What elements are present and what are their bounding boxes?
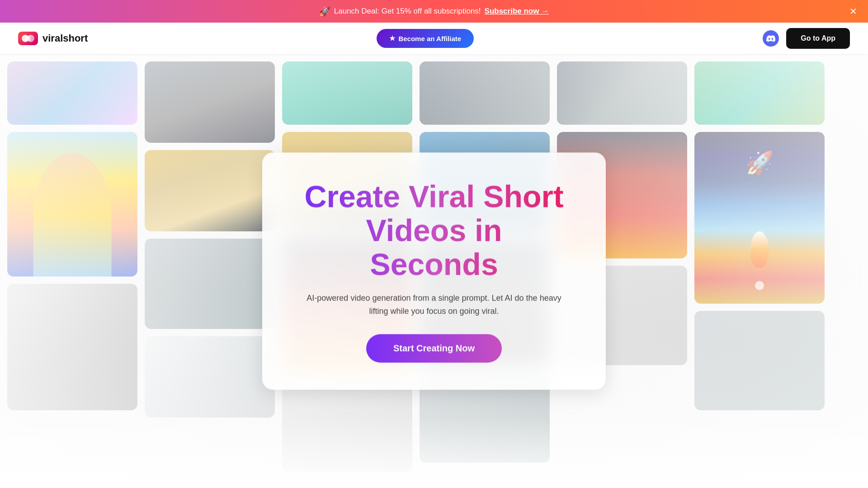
video-thumb-6	[145, 239, 275, 329]
hero-card: Create Viral Short Videos in Seconds AI-…	[262, 153, 606, 390]
hero-title-line1: Create Viral Short	[304, 179, 563, 214]
promo-banner: 🚀 Launch Deal: Get 15% off all subscript…	[0, 0, 868, 23]
hero-title-line2: Videos in Seconds	[366, 213, 502, 281]
star-icon: ★	[389, 34, 395, 42]
rocket-emoji: 🚀	[745, 150, 774, 176]
logo-text: viralshort	[42, 33, 88, 44]
main-content: 🚀 Create Viral Short Videos in Seconds A…	[0, 54, 868, 488]
hero-title: Create Viral Short Videos in Seconds	[298, 180, 570, 281]
logo: viralshort	[18, 32, 88, 45]
video-col-6: 🚀	[694, 61, 825, 481]
subscribe-link[interactable]: Subscribe now →	[485, 7, 549, 16]
video-thumb-8	[282, 61, 412, 125]
svg-rect-2	[25, 36, 31, 41]
discord-icon[interactable]	[763, 30, 779, 47]
go-to-app-button[interactable]: Go to App	[786, 28, 850, 49]
hero-subtitle: AI-powered video generation from a singl…	[298, 292, 570, 318]
logo-icon	[18, 32, 38, 45]
navbar: viralshort ★ Become an Affiliate Go to A…	[0, 23, 868, 54]
video-thumb-21	[694, 311, 825, 410]
video-thumb-12	[420, 61, 550, 125]
banner-text: Launch Deal: Get 15% off all subscriptio…	[334, 7, 481, 16]
video-thumb-3	[7, 284, 137, 410]
rocket-icon: 🚀	[319, 6, 330, 17]
nav-center: ★ Become an Affiliate	[377, 29, 474, 48]
video-thumb-16	[557, 61, 687, 125]
video-thumb-20: 🚀	[694, 132, 825, 304]
banner-content: 🚀 Launch Deal: Get 15% off all subscript…	[319, 6, 549, 17]
video-col-1	[7, 61, 137, 481]
beach-figure	[33, 154, 112, 277]
close-banner-button[interactable]: ✕	[849, 6, 857, 17]
video-thumb-2	[7, 132, 137, 277]
video-col-2	[145, 61, 275, 481]
video-thumb-4	[145, 61, 275, 143]
video-thumb-5	[145, 150, 275, 231]
astronaut-figure	[755, 281, 764, 290]
rocket-flame	[750, 231, 769, 267]
video-thumb-7	[145, 336, 275, 418]
video-thumb-19	[694, 61, 825, 125]
affiliate-button[interactable]: ★ Become an Affiliate	[377, 29, 474, 48]
affiliate-label: Become an Affiliate	[398, 35, 461, 42]
video-thumb-1	[7, 61, 137, 125]
start-creating-button[interactable]: Start Creating Now	[366, 334, 502, 362]
nav-right: Go to App	[763, 28, 850, 49]
video-thumb-11	[282, 381, 412, 472]
